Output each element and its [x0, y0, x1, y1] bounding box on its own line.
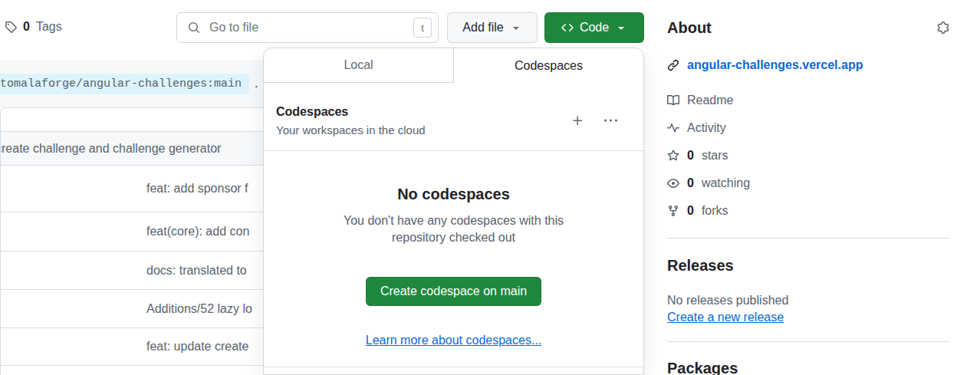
- eye-icon: [667, 177, 679, 189]
- sidebar-item-label: forks: [702, 204, 728, 218]
- repo-forked-icon: [667, 205, 679, 217]
- code-icon: [561, 21, 574, 34]
- tab-codespaces[interactable]: Codespaces: [454, 48, 643, 83]
- learn-more-link[interactable]: Learn more about codespaces...: [264, 334, 643, 347]
- book-icon: [667, 94, 679, 107]
- website-link[interactable]: angular-challenges.vercel.app: [687, 58, 863, 73]
- branch-ref-chip[interactable]: tomalaforge/angular-challenges:main: [0, 74, 249, 94]
- about-title: About: [667, 18, 712, 37]
- codespaces-subtitle: Your workspaces in the cloud: [276, 123, 570, 138]
- tab-local[interactable]: Local: [264, 48, 454, 83]
- pulse-icon: [667, 122, 679, 134]
- codespaces-empty-state: No codespaces You don't have any codespa…: [264, 151, 643, 347]
- codespaces-title: Codespaces: [276, 103, 570, 121]
- sidebar-item-stars[interactable]: 0 stars: [667, 148, 949, 163]
- commit-message-link[interactable]: feat(core): add con: [146, 225, 249, 238]
- tags-link[interactable]: 0 Tags: [5, 20, 62, 34]
- commit-message-link[interactable]: docs: translated to: [146, 264, 247, 278]
- commit-message-link[interactable]: feat: add sponsor f: [146, 182, 248, 196]
- code-button-label: Code: [580, 21, 609, 35]
- sidebar-item-label: Readme: [687, 94, 733, 107]
- divider: [264, 367, 643, 367]
- edit-repo-details-button[interactable]: [937, 21, 949, 34]
- keyboard-shortcut-badge: t: [413, 18, 432, 38]
- empty-state-title: No codespaces: [264, 185, 643, 203]
- empty-state-description: You don't have any codespaces with this …: [327, 212, 580, 246]
- kebab-horizontal-icon: [604, 114, 617, 127]
- commit-message-link[interactable]: feat: update create: [146, 340, 248, 354]
- new-codespace-plus-button[interactable]: [570, 113, 586, 129]
- plus-icon: [571, 114, 584, 127]
- sidebar-item-label: watching: [702, 176, 750, 190]
- add-file-label: Add file: [462, 21, 503, 35]
- gear-icon: [937, 21, 949, 34]
- tag-icon: [5, 21, 17, 33]
- repo-sidebar: About angular-challenges.vercel.app Read…: [667, 0, 949, 375]
- branch-ref-suffix: .: [255, 77, 258, 90]
- sidebar-item-label: stars: [702, 149, 728, 163]
- code-dropdown-tabs: Local Codespaces: [264, 48, 643, 83]
- releases-title: Releases: [667, 256, 949, 275]
- sidebar-item-readme[interactable]: Readme: [667, 93, 949, 108]
- tags-label: Tags: [36, 20, 62, 34]
- sidebar-item-watching[interactable]: 0 watching: [667, 176, 949, 191]
- link-icon: [667, 59, 679, 71]
- chevron-down-icon: [510, 21, 522, 34]
- divider: [667, 238, 949, 238]
- repository-page: 0 Tags t Add file Code tomalaforge/angul…: [0, 0, 980, 375]
- star-icon: [667, 150, 679, 162]
- code-dropdown-panel: Local Codespaces Codespaces Your workspa…: [263, 48, 644, 375]
- chevron-down-icon: [615, 21, 627, 34]
- create-release-link[interactable]: Create a new release: [667, 310, 784, 325]
- sidebar-item-forks[interactable]: 0 forks: [667, 203, 949, 219]
- tags-count: 0: [23, 20, 30, 34]
- code-button[interactable]: Code: [544, 12, 644, 43]
- commit-message-link[interactable]: Additions/52 lazy lo: [146, 302, 252, 316]
- add-file-button[interactable]: Add file: [447, 12, 538, 43]
- codespace-options-button[interactable]: [603, 113, 619, 129]
- codespaces-header: Codespaces Your workspaces in the cloud: [264, 83, 643, 150]
- latest-commit-message[interactable]: create challenge and challenge generator: [1, 142, 221, 156]
- go-to-file-search[interactable]: t: [176, 12, 439, 43]
- sidebar-item-activity[interactable]: Activity: [667, 120, 949, 136]
- go-to-file-input[interactable]: [208, 20, 406, 35]
- divider: [667, 341, 949, 342]
- releases-empty-text: No releases published: [667, 293, 949, 308]
- search-icon: [188, 21, 200, 34]
- create-codespace-button[interactable]: Create codespace on main: [366, 277, 541, 306]
- sidebar-item-label: Activity: [687, 121, 726, 135]
- packages-title: Packages: [667, 359, 949, 375]
